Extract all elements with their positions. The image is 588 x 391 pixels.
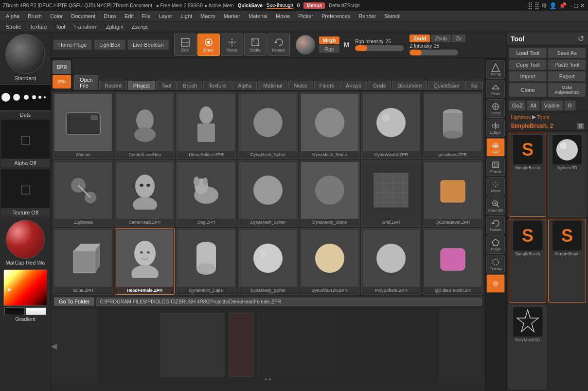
import-btn[interactable]: Import bbox=[509, 71, 547, 82]
alpha-area[interactable]: ◻ Alpha Off bbox=[1, 120, 50, 167]
polyf-btn[interactable]: PolyF bbox=[486, 235, 505, 254]
file-item-qcubebevel[interactable]: QCubeBevel.ZPR bbox=[423, 160, 483, 227]
menu-file[interactable]: File bbox=[138, 12, 155, 20]
menu-picker[interactable]: Picker bbox=[294, 12, 317, 20]
mrgb-btn[interactable]: Mrgb bbox=[319, 36, 340, 44]
menu-render[interactable]: Render bbox=[355, 12, 380, 20]
tab-document[interactable]: Document bbox=[392, 81, 427, 90]
zc-btn[interactable]: Zc bbox=[452, 35, 465, 42]
file-item-dynawax128[interactable]: DynaWax128.ZPR bbox=[300, 228, 360, 295]
menu-edit[interactable]: Edit bbox=[121, 12, 138, 20]
tool-item-simplebrush2[interactable]: S SimpleBrush bbox=[548, 219, 586, 303]
file-item-dynawax64[interactable]: DynaWax64.ZPR bbox=[361, 92, 422, 159]
icon-minimize[interactable]: – bbox=[569, 2, 572, 9]
tab-quicksave[interactable]: QuickSave bbox=[428, 81, 464, 90]
file-item-demohead[interactable]: DemoHead.ZPR bbox=[115, 160, 175, 227]
m-btn[interactable]: M bbox=[343, 41, 349, 49]
tab-open-file[interactable]: Open File bbox=[74, 75, 98, 90]
file-item-cube[interactable]: Cube.ZPR bbox=[53, 228, 113, 295]
icon-user[interactable]: 👤 bbox=[549, 2, 557, 9]
tab-noise[interactable]: Noise bbox=[288, 81, 313, 90]
tab-texture[interactable]: Texture bbox=[203, 81, 232, 90]
draw-btn[interactable]: Draw bbox=[197, 34, 220, 56]
bpr-btn[interactable]: BPR bbox=[53, 60, 71, 74]
submenu-stroke[interactable]: Stroke bbox=[2, 23, 25, 31]
goz-panel-btn[interactable]: GoZ bbox=[509, 100, 526, 111]
canvas-viewport[interactable]: ◀ ◂ ▸ bbox=[51, 308, 485, 383]
icon-settings[interactable]: ⚙ bbox=[541, 2, 547, 9]
submenu-texture[interactable]: Texture bbox=[26, 23, 51, 31]
tab-material[interactable]: Material bbox=[258, 81, 287, 90]
tool-item-sphere3d[interactable]: Sphere3D bbox=[548, 133, 586, 217]
brush-preview[interactable] bbox=[5, 34, 45, 74]
menu-movie[interactable]: Movie bbox=[272, 12, 294, 20]
tool-item-simplebrush1[interactable]: S SimpleBrush bbox=[509, 219, 547, 303]
lightbox-btn[interactable]: LightBox bbox=[94, 39, 125, 50]
edit-btn[interactable]: Edit bbox=[174, 34, 196, 56]
submenu-zscript[interactable]: Zscript bbox=[128, 23, 152, 31]
visible-btn[interactable]: Visible bbox=[541, 100, 563, 111]
menu-preferences[interactable]: Preferences bbox=[318, 12, 354, 20]
menu-macro[interactable]: Macro bbox=[196, 12, 219, 20]
default-zscript[interactable]: DefaultZScript bbox=[329, 3, 359, 8]
persp-btn[interactable]: Persp bbox=[486, 60, 505, 79]
color-gradient[interactable] bbox=[3, 269, 47, 306]
tab-tool[interactable]: Tool bbox=[156, 81, 177, 90]
color-sphere[interactable] bbox=[296, 35, 315, 54]
home-page-btn[interactable]: Home Page bbox=[53, 39, 92, 50]
load-tool-btn[interactable]: Load Tool bbox=[509, 48, 547, 58]
canvas-left-arrow[interactable]: ◀ bbox=[51, 341, 57, 351]
file-path-input[interactable] bbox=[96, 298, 481, 306]
tab-arrays[interactable]: Arrays bbox=[340, 81, 367, 90]
rgb-intensity-slider[interactable] bbox=[355, 45, 404, 51]
tab-fibers[interactable]: Fibers bbox=[314, 81, 340, 90]
icon-pin[interactable]: 📌 bbox=[559, 2, 567, 9]
extra-btn[interactable] bbox=[486, 274, 505, 293]
frame-btn[interactable]: Frame bbox=[486, 158, 505, 176]
file-item-zspheres[interactable]: ZSpheres bbox=[53, 160, 113, 227]
file-item-dynamesh2[interactable]: DynaMesh_Spher bbox=[238, 160, 298, 227]
file-item-dynamesh-stone1[interactable]: DynaMesh_Stone bbox=[300, 92, 360, 159]
file-item-dynamesh-capsule[interactable]: DynaMesh_Capsi bbox=[176, 228, 236, 295]
tools-label[interactable]: Tools bbox=[537, 114, 550, 120]
menu-light[interactable]: Light bbox=[177, 12, 196, 20]
tool-item-polymesh3d[interactable]: PolyMesh3D bbox=[509, 305, 547, 389]
r-btn[interactable]: R bbox=[564, 100, 576, 111]
menu-layer[interactable]: Layer bbox=[155, 12, 177, 20]
tab-alpha[interactable]: Alpha bbox=[232, 81, 257, 90]
submenu-transform[interactable]: Transform bbox=[70, 23, 102, 31]
copy-tool-btn[interactable]: Copy Tool bbox=[509, 59, 547, 70]
file-item-wacom[interactable]: Wacom bbox=[53, 92, 113, 159]
file-item-dynamesh-stone2[interactable]: DynaMesh_Stone bbox=[300, 160, 360, 227]
swatch-white[interactable] bbox=[26, 307, 46, 315]
scroll-right-icon[interactable]: ▸ bbox=[269, 376, 272, 382]
save-as-btn[interactable]: Save As bbox=[548, 48, 586, 58]
lsym-btn[interactable]: L.Sym bbox=[486, 119, 505, 137]
dots-preview[interactable] bbox=[0, 84, 51, 111]
local-btn[interactable]: Local bbox=[486, 99, 505, 118]
matcap-preview[interactable] bbox=[6, 220, 45, 259]
file-item-demoanimehead[interactable]: DemoAnimeHea bbox=[115, 92, 175, 159]
rotate-view-btn[interactable]: Rotate bbox=[486, 216, 505, 234]
file-item-dynamesh1[interactable]: DynaMesh_Spher bbox=[238, 92, 298, 159]
texture-area[interactable]: ◻ Texture Off bbox=[1, 169, 50, 217]
submenu-zplugin[interactable]: Zplugin bbox=[102, 23, 127, 31]
tab-recent[interactable]: Recent bbox=[99, 81, 127, 90]
move-btn[interactable]: Move bbox=[221, 34, 243, 56]
tool-item-simplebrush-s[interactable]: S SimpleBrush bbox=[509, 133, 547, 217]
z-intensity-slider[interactable] bbox=[410, 50, 458, 55]
lightbox-label[interactable]: Lightbox bbox=[511, 114, 531, 120]
move-view-btn[interactable]: Move bbox=[486, 177, 505, 196]
tab-sp[interactable]: Sp bbox=[465, 81, 482, 90]
submenu-tool[interactable]: Tool bbox=[52, 23, 69, 31]
tab-grids[interactable]: Grids bbox=[368, 81, 391, 90]
file-item-polysphere[interactable]: PolySphere.ZPR bbox=[361, 228, 422, 295]
swatch-black[interactable] bbox=[4, 307, 25, 315]
file-item-dog[interactable]: Dog.ZPR bbox=[176, 160, 236, 227]
menu-alpha[interactable]: Alpha bbox=[2, 12, 23, 20]
transp-btn[interactable]: Transp bbox=[486, 255, 505, 273]
zsub-btn[interactable]: Zsub bbox=[431, 35, 450, 42]
live-boolean-btn[interactable]: Live Boolean bbox=[127, 39, 169, 50]
rgb-btn[interactable]: Rgb bbox=[319, 45, 340, 53]
r-badge[interactable]: R bbox=[577, 123, 584, 129]
